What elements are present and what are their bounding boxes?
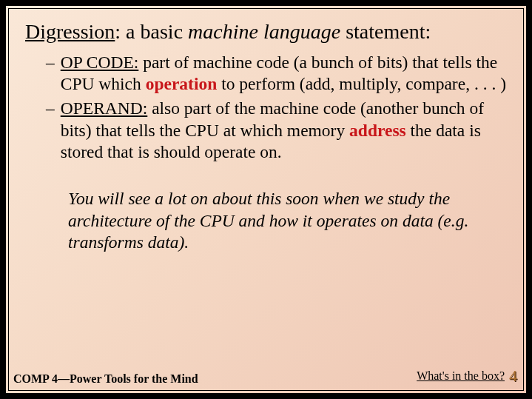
bullet-term: OP CODE: (61, 53, 139, 72)
footer-link-text: What's in the box? (417, 369, 505, 383)
slide-inner-frame: Digression: a basic machine language sta… (8, 8, 524, 391)
bullet-highlight: address (349, 121, 406, 140)
bullet-content: OP CODE: part of machine code (a bunch o… (61, 52, 507, 95)
slide-mid-frame: Digression: a basic machine language sta… (4, 4, 528, 395)
bullet-text-post: to perform (add, multiply, compare, . . … (217, 74, 506, 93)
bullet-list: – OP CODE: part of machine code (a bunch… (46, 52, 507, 164)
title-text-1: : a basic (115, 20, 188, 43)
slide-title: Digression: a basic machine language sta… (25, 19, 507, 44)
title-keyword: Digression (25, 20, 115, 43)
footer-left-text: COMP 4—Power Tools for the Mind (13, 372, 198, 386)
title-text-2: statement: (340, 20, 431, 43)
slide-footer: COMP 4—Power Tools for the Mind What's i… (9, 366, 523, 386)
bullet-dash: – (46, 52, 55, 95)
footer-right-group: What's in the box? 4 (417, 366, 517, 386)
bullet-item: – OP CODE: part of machine code (a bunch… (46, 52, 507, 95)
bullet-term: OPERAND: (61, 98, 148, 118)
bullet-highlight: operation (146, 74, 218, 93)
bullet-dash: – (46, 98, 55, 163)
slide-note: You will see a lot on about this soon wh… (68, 188, 477, 253)
title-italic: machine language (188, 20, 340, 43)
page-number: 4 (509, 366, 517, 386)
slide-outer-frame: Digression: a basic machine language sta… (0, 0, 532, 399)
bullet-item: – OPERAND: also part of the machine code… (46, 98, 507, 163)
bullet-content: OPERAND: also part of the machine code (… (61, 98, 507, 163)
